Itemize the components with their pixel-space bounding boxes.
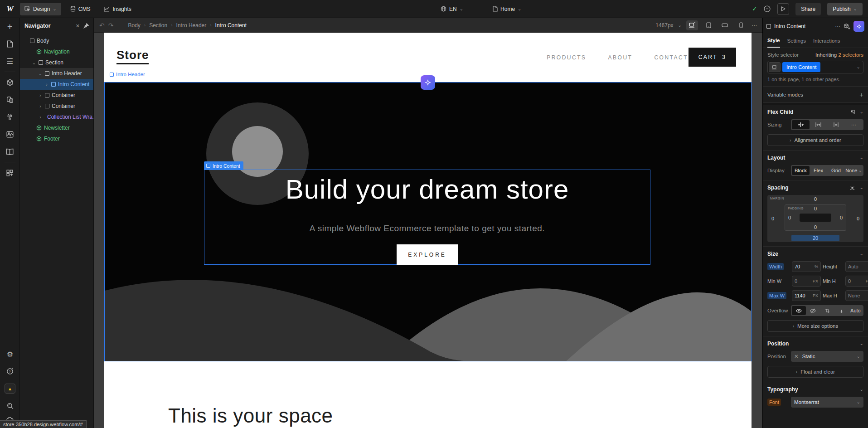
breakpoint-tablet-button[interactable]	[703, 20, 714, 30]
padding-left-value[interactable]: 0	[788, 215, 791, 220]
page-switcher[interactable]: Home ⌄	[488, 3, 526, 15]
display-block-button[interactable]: Block	[792, 166, 810, 175]
tab-interactions[interactable]: Interactions	[813, 35, 840, 47]
chevron-down-icon[interactable]: ⌄	[860, 252, 863, 256]
margin-right-value[interactable]: 0	[857, 216, 859, 221]
hero-heading[interactable]: Build your dream store	[204, 174, 650, 205]
margin-collapse-icon[interactable]	[849, 185, 855, 190]
sizing-fixed-button[interactable]	[827, 120, 845, 129]
redo-icon[interactable]: ↷	[108, 22, 114, 29]
design-canvas[interactable]: Store PRODUCTS ABOUT CONTACT CART 3	[94, 33, 762, 428]
chevron-down-icon[interactable]: ⌄	[860, 156, 863, 160]
apps-button[interactable]	[0, 164, 20, 181]
nav-link-about[interactable]: ABOUT	[608, 54, 633, 61]
page-preview[interactable]: Store PRODUCTS ABOUT CONTACT CART 3	[104, 33, 752, 428]
tree-item-collection-list[interactable]: ›Collection List Wra...	[20, 112, 93, 122]
margin-bottom-value[interactable]: 20	[791, 235, 839, 241]
max-height-input[interactable]: None-	[845, 290, 868, 301]
margin-left-value[interactable]: 0	[771, 216, 774, 221]
tree-item-section[interactable]: ⌄Section	[20, 57, 93, 68]
insights-button[interactable]: Insights	[99, 3, 136, 15]
chevron-down-icon[interactable]: ⌄	[860, 341, 863, 346]
chevron-expanded-icon[interactable]: ⌄	[38, 71, 43, 76]
settings-gear-icon[interactable]: ⚙	[0, 345, 20, 363]
tree-item-footer[interactable]: Footer	[20, 133, 93, 144]
overflow-clip-button[interactable]	[820, 306, 834, 315]
zoom-search-button[interactable]	[0, 397, 20, 414]
breakpoint-desktop-button[interactable]	[686, 20, 698, 30]
overflow-scroll-button[interactable]	[834, 306, 849, 315]
comment-icon[interactable]	[763, 5, 771, 13]
ai-assistant-button[interactable]	[421, 75, 435, 90]
tree-item-navigation[interactable]: Navigation	[20, 46, 93, 57]
margin-top-value[interactable]: 0	[767, 196, 863, 202]
font-dropdown[interactable]: Montserrat ⌄	[791, 397, 863, 408]
variables-button[interactable]	[0, 108, 20, 126]
min-height-input[interactable]: 0PX	[845, 276, 868, 287]
sizing-grow-button[interactable]	[810, 120, 827, 129]
cart-button[interactable]: CART 3	[689, 48, 736, 67]
intro-content-selection[interactable]: Intro Content Build your dream store A s…	[204, 170, 650, 265]
arrow-corner-icon[interactable]	[850, 109, 855, 115]
pin-icon[interactable]	[83, 23, 89, 29]
pages-button[interactable]	[0, 35, 20, 53]
chevron-collapsed-icon[interactable]: ›	[38, 93, 43, 98]
tab-style[interactable]: Style	[767, 35, 780, 48]
tab-settings[interactable]: Settings	[787, 35, 806, 47]
navigator-button[interactable]: ☰	[0, 53, 20, 70]
nav-link-products[interactable]: PRODUCTS	[547, 54, 586, 61]
chevron-collapsed-icon[interactable]: ›	[44, 82, 49, 87]
tree-item-container[interactable]: ›Container	[20, 90, 93, 101]
share-button[interactable]: Share	[795, 3, 821, 15]
undo-icon[interactable]: ↶	[99, 22, 105, 29]
site-brand-link[interactable]: Store	[116, 48, 149, 64]
breadcrumb-intro-content[interactable]: Intro Content	[215, 22, 247, 29]
breadcrumb-section[interactable]: Section	[149, 22, 167, 29]
breakpoint-phone-portrait-button[interactable]	[735, 20, 747, 30]
publish-button[interactable]: Publish ⌄	[827, 3, 863, 15]
cms-button[interactable]: CMS	[66, 3, 95, 15]
breakpoint-phone-landscape-button[interactable]	[719, 20, 731, 30]
position-dropdown[interactable]: ✕ Static ⌄	[791, 351, 863, 362]
chevron-down-icon[interactable]: ⌄	[860, 387, 863, 392]
tree-item-newsletter[interactable]: Newsletter	[20, 122, 93, 133]
chevron-down-icon[interactable]: ⌄	[860, 185, 863, 190]
padding-right-value[interactable]: 0	[840, 215, 843, 220]
nav-link-contact[interactable]: CONTACT	[654, 54, 688, 61]
breadcrumb-body[interactable]: Body	[128, 22, 140, 29]
ai-panel-button[interactable]	[853, 21, 864, 32]
sizing-shrink-button[interactable]	[792, 120, 810, 129]
upgrade-button[interactable]: ▲	[0, 380, 20, 397]
overflow-hidden-button[interactable]	[806, 306, 820, 315]
locale-switcher[interactable]: EN ⌄	[436, 3, 468, 15]
tree-item-intro-header[interactable]: ⌄Intro Header	[20, 68, 93, 79]
design-mode-button[interactable]: Design ⌄	[20, 3, 61, 15]
inheriting-info[interactable]: Inheriting 2 selectors	[815, 52, 863, 58]
libraries-button[interactable]	[0, 143, 20, 160]
padding-top-value[interactable]: 0	[785, 206, 846, 211]
close-icon[interactable]: ✕	[76, 23, 80, 29]
width-input[interactable]: 70%	[792, 261, 821, 272]
more-breakpoints-icon[interactable]: ⋯	[752, 22, 757, 29]
intro-header-element-label[interactable]: Intro Header	[110, 72, 145, 77]
add-element-button[interactable]: +	[0, 18, 20, 35]
styles-button[interactable]	[0, 91, 20, 108]
intro-header-section[interactable]: Intro Content Build your dream store A s…	[104, 82, 752, 361]
help-button[interactable]: ?	[0, 363, 20, 380]
class-pill[interactable]: Intro Content	[782, 62, 820, 72]
chevron-down-icon[interactable]: ⌄	[857, 65, 860, 69]
add-variable-mode-icon[interactable]: +	[859, 91, 863, 98]
section-heading[interactable]: This is your space	[168, 404, 333, 427]
overflow-visible-button[interactable]	[792, 306, 806, 315]
max-width-input[interactable]: 1140PX	[792, 290, 821, 301]
preview-button[interactable]	[777, 3, 789, 15]
alignment-order-button[interactable]: › Alignment and order	[767, 134, 863, 146]
tree-item-container[interactable]: ›Container	[20, 101, 93, 112]
overflow-auto-button[interactable]: Auto	[849, 306, 863, 315]
selected-element-chip[interactable]: Intro Content	[204, 161, 243, 170]
create-component-icon[interactable]	[844, 23, 850, 29]
breadcrumb-intro-header[interactable]: Intro Header	[176, 22, 207, 29]
viewport-width-value[interactable]: 1467px	[655, 22, 673, 29]
float-clear-button[interactable]: › Float and clear	[767, 366, 863, 378]
chevron-expanded-icon[interactable]: ⌄	[32, 60, 36, 65]
